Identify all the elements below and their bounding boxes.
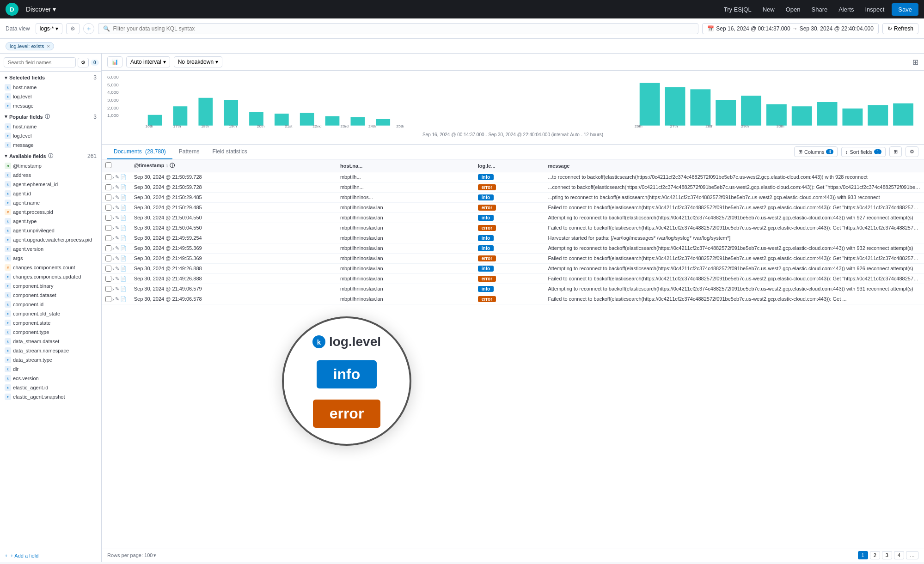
data-view-selector[interactable]: logs-* ▾ [36,23,63,34]
row-inspect-button[interactable]: ✎ [115,296,119,302]
row-expand-button[interactable]: › [112,225,114,231]
field-item[interactable]: tdata_stream.dataset [0,337,101,346]
field-item[interactable]: tlog.level [0,131,101,140]
alerts-button[interactable]: Alerts [835,4,857,15]
row-checkbox[interactable] [105,266,111,272]
row-expand-button[interactable]: › [112,205,114,211]
page-2-button[interactable]: 2 [870,551,880,559]
add-field-button[interactable]: + + Add a field [0,549,101,562]
field-item[interactable]: tmessage [0,140,101,150]
row-expand-button[interactable]: › [112,286,114,292]
field-item[interactable]: tlog.level [0,92,101,101]
timestamp-header[interactable]: @timestamp ↕ ⓘ [130,159,337,172]
no-breakdown-button[interactable]: No breakdown ▾ [174,56,222,67]
row-checkbox[interactable] [105,276,111,282]
field-item[interactable]: taddress [0,170,101,180]
new-button[interactable]: New [759,4,778,15]
selected-fields-header[interactable]: ▾ Selected fields 3 [0,72,101,83]
row-checkbox[interactable] [105,296,111,302]
field-item[interactable]: tdata_stream.type [0,355,101,364]
field-item[interactable]: tagent.name [0,198,101,207]
row-checkbox[interactable] [105,215,111,221]
field-item[interactable]: tdir [0,364,101,374]
field-item[interactable]: thost.name [0,83,101,92]
avatar[interactable]: D [6,3,18,16]
row-inspect-button[interactable]: ✎ [115,194,119,200]
inspect-button[interactable]: Inspect [861,4,888,15]
add-filter-button[interactable]: + [83,23,94,34]
row-inspect-button[interactable]: ✎ [115,266,119,272]
field-item[interactable]: tcomponent.state [0,318,101,327]
settings-button[interactable]: ⚙ [906,146,918,157]
row-expand-button[interactable]: › [112,185,114,190]
row-checkbox[interactable] [105,225,111,231]
row-checkbox[interactable] [105,245,111,251]
field-item[interactable]: tdata_stream.namespace [0,346,101,355]
field-item[interactable]: tagent.version [0,244,101,254]
auto-interval-button[interactable]: Auto interval ▾ [126,56,170,67]
tab-field-statistics[interactable]: Field statistics [206,145,253,159]
tab-documents[interactable]: Documents (28,780) [107,145,172,159]
save-button[interactable]: Save [892,3,918,16]
field-item[interactable]: tcomponent.id [0,300,101,309]
field-item[interactable]: tcomponent.old_state [0,309,101,318]
field-item[interactable]: tcomponent.type [0,327,101,337]
row-checkbox[interactable] [105,194,111,200]
field-item[interactable]: d@timestamp [0,161,101,170]
log-level-header[interactable]: log.le... [474,159,545,172]
filter-tag[interactable]: log.level: exists × [6,42,54,50]
field-item[interactable]: targs [0,254,101,263]
row-inspect-button[interactable]: ✎ [115,184,119,190]
field-item[interactable]: tecs.version [0,374,101,383]
chevron-down-icon[interactable]: ▾ [153,552,156,558]
field-item[interactable]: tagent.ephemeral_id [0,180,101,189]
row-inspect-button[interactable]: ✎ [115,255,119,261]
field-item[interactable]: tagent.upgrade.watcher.process.pid [0,235,101,244]
hide-chart-button[interactable]: 📊 [107,56,122,67]
row-checkbox[interactable] [105,286,111,292]
row-expand-button[interactable]: › [112,297,114,302]
field-item[interactable]: tagent.id [0,189,101,198]
try-esql-button[interactable]: Try ES|QL [720,4,755,15]
row-inspect-button[interactable]: ✎ [115,174,119,180]
row-expand-button[interactable]: › [112,276,114,282]
field-item[interactable]: tchanges.components.updated [0,272,101,281]
row-checkbox[interactable] [105,174,111,180]
tab-patterns[interactable]: Patterns [172,145,206,159]
field-item[interactable]: tagent.unprivileged [0,226,101,235]
page-3-button[interactable]: 3 [882,551,892,559]
field-item[interactable]: #agent.process.pid [0,207,101,217]
row-expand-button[interactable]: › [112,246,114,251]
row-checkbox[interactable] [105,255,111,261]
hostname-header[interactable]: host.na... [337,159,474,172]
row-checkbox[interactable] [105,184,111,190]
row-inspect-button[interactable]: ✎ [115,286,119,292]
field-item[interactable]: tagent.type [0,217,101,226]
select-all-header[interactable] [102,159,130,172]
popular-fields-header[interactable]: ▾ Popular fields ⓘ 3 [0,110,101,122]
grid-view-button[interactable]: ⊞ [889,146,902,157]
filter-tag-remove[interactable]: × [47,43,50,49]
columns-button[interactable]: ⊞ Columns 4 [794,146,838,157]
message-header[interactable]: message [544,159,924,172]
row-expand-button[interactable]: › [112,215,114,221]
search-input[interactable] [113,25,693,32]
page-1-button[interactable]: 1 [858,551,868,559]
field-item[interactable]: tcomponent.dataset [0,291,101,300]
refresh-button[interactable]: ↻ Refresh [882,23,918,34]
row-expand-button[interactable]: › [112,266,114,272]
search-bar[interactable]: 🔍 [98,23,698,34]
field-item[interactable]: tcomponent.binary [0,281,101,291]
row-expand-button[interactable]: › [112,236,114,241]
row-expand-button[interactable]: › [112,175,114,180]
row-inspect-button[interactable]: ✎ [115,225,119,231]
field-item[interactable]: telastic_agent.id [0,383,101,392]
row-checkbox[interactable] [105,205,111,211]
row-inspect-button[interactable]: ✎ [115,215,119,221]
row-checkbox[interactable] [105,235,111,241]
page-ellipsis-button[interactable]: … [906,551,918,559]
open-button[interactable]: Open [782,4,804,15]
row-inspect-button[interactable]: ✎ [115,276,119,282]
row-inspect-button[interactable]: ✎ [115,205,119,211]
row-expand-button[interactable]: › [112,256,114,261]
